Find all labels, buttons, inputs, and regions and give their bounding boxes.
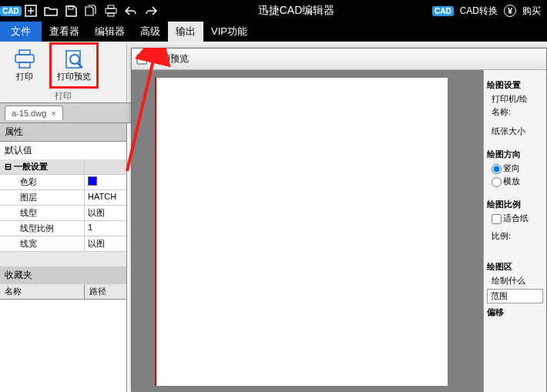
svg-rect-10: [66, 51, 80, 68]
svg-rect-15: [139, 56, 142, 59]
scale-label: 比例:: [487, 230, 543, 243]
buy-icon: ¥: [504, 5, 516, 17]
print-preview-icon: [63, 49, 85, 69]
menu-output[interactable]: 输出: [168, 22, 203, 42]
undo-icon[interactable]: [122, 2, 140, 19]
svg-rect-14: [137, 55, 146, 64]
orientation-title: 绘图方向: [487, 149, 543, 160]
col-name[interactable]: 名称: [0, 284, 85, 299]
menu-viewer[interactable]: 查看器: [42, 22, 87, 42]
col-path[interactable]: 路径: [85, 284, 126, 299]
preview-window-icon: [136, 54, 147, 65]
prop-linetype-value[interactable]: 以图: [85, 206, 126, 220]
open-icon[interactable]: [42, 2, 60, 19]
prop-linescale-value[interactable]: 1: [85, 221, 126, 236]
print-label: 打印: [16, 71, 33, 82]
print-button[interactable]: 打印: [0, 42, 49, 89]
redo-icon[interactable]: [142, 2, 160, 19]
favorites-title: 收藏夹: [0, 266, 126, 284]
menu-advanced[interactable]: 高级: [133, 22, 168, 42]
prop-lineweight[interactable]: 线宽: [0, 236, 85, 251]
prop-linescale[interactable]: 线型比例: [0, 221, 85, 236]
app-title: 迅捷CAD编辑器: [160, 4, 432, 18]
menu-file[interactable]: 文件: [0, 22, 42, 42]
prop-color-value[interactable]: [85, 175, 126, 189]
fit-option[interactable]: 适合纸: [487, 212, 543, 225]
prop-layer[interactable]: 图层: [0, 190, 85, 205]
cad-badge-icon: CAD: [432, 6, 454, 16]
svg-rect-5: [106, 8, 116, 13]
preview-title-text: 打印预览: [152, 52, 189, 65]
preview-canvas-area[interactable]: [132, 70, 483, 392]
prop-layer-value[interactable]: HATCH: [85, 190, 126, 205]
plot-settings-panel: 绘图设置 打印机/绘 名称: 纸张大小 绘图方向 竖向 横放 绘图比例 适合纸 …: [483, 70, 546, 392]
menu-bar: 文件 查看器 编辑器 高级 输出 VIP功能: [0, 22, 547, 42]
svg-rect-7: [19, 50, 30, 55]
properties-grid: ⊟ 一般设置 色彩 图层HATCH 线型以图 线型比例1 线宽以图: [0, 159, 126, 252]
print-icon[interactable]: [102, 2, 120, 19]
prop-lineweight-value[interactable]: 以图: [85, 236, 126, 251]
favorites-list: [0, 300, 126, 392]
offset-title: 偏移: [487, 307, 543, 318]
svg-rect-4: [108, 5, 114, 8]
buy-link[interactable]: 购买: [522, 5, 541, 18]
new-icon[interactable]: [22, 2, 40, 19]
print-preview-button[interactable]: 打印预览: [49, 42, 99, 89]
prop-color[interactable]: 色彩: [0, 175, 85, 189]
close-tab-icon[interactable]: ×: [51, 109, 55, 118]
properties-title: 属性: [0, 123, 126, 141]
cad-convert-link[interactable]: CAD转换: [460, 5, 498, 18]
svg-rect-6: [108, 13, 114, 16]
title-bar: CAD 迅捷CAD编辑器 CAD CAD转换 ¥ 购买: [0, 0, 547, 22]
ribbon-group-label: 打印: [0, 89, 126, 102]
paper-size-label: 纸张大小: [487, 125, 543, 138]
svg-rect-8: [15, 55, 34, 62]
preview-titlebar: 打印预览: [132, 49, 546, 70]
prop-group-general[interactable]: ⊟ 一般设置: [0, 159, 85, 174]
portrait-option[interactable]: 竖向: [487, 162, 543, 175]
saveall-icon[interactable]: [82, 2, 100, 19]
print-preview-window: 打印预览 绘图设置 打印机/绘 名称: 纸张大小 绘图方向 竖向 横放 绘图比例…: [131, 48, 547, 392]
what-to-plot-label: 绘制什么: [487, 274, 543, 287]
favorites-header: 名称 路径: [0, 284, 126, 300]
prop-linetype[interactable]: 线型: [0, 206, 85, 220]
menu-editor[interactable]: 编辑器: [87, 22, 133, 42]
preview-page: [155, 78, 448, 386]
plot-area-title: 绘图区: [487, 261, 543, 273]
portrait-radio[interactable]: [492, 164, 502, 174]
svg-rect-9: [19, 62, 30, 68]
app-logo-icon: CAD: [2, 2, 20, 19]
fit-checkbox[interactable]: [492, 214, 502, 224]
printer-icon: [14, 49, 35, 69]
properties-panel: 属性 默认值 ⊟ 一般设置 色彩 图层HATCH 线型以图 线型比例1 线宽以图…: [0, 123, 127, 392]
menu-vip[interactable]: VIP功能: [203, 22, 255, 42]
print-preview-label: 打印预览: [57, 71, 91, 82]
landscape-option[interactable]: 横放: [487, 175, 543, 188]
range-select[interactable]: 范围: [487, 289, 543, 303]
default-row[interactable]: 默认值: [0, 141, 126, 159]
plot-scale-title: 绘图比例: [487, 199, 543, 210]
doc-name: a-15.dwg: [12, 109, 46, 118]
plot-settings-title: 绘图设置: [487, 79, 543, 91]
printer-name-label: 名称:: [487, 106, 543, 119]
printer-label: 打印机/绘: [487, 92, 543, 106]
save-icon[interactable]: [62, 2, 80, 19]
landscape-radio[interactable]: [492, 177, 502, 187]
document-tab[interactable]: a-15.dwg ×: [5, 106, 63, 120]
